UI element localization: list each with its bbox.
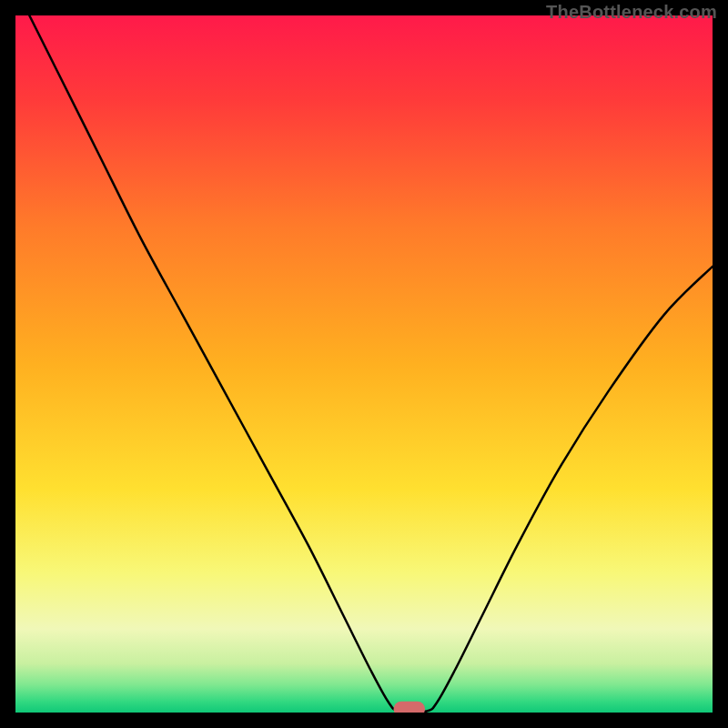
target-marker	[394, 702, 425, 713]
chart-background	[15, 15, 713, 713]
watermark-text: TheBottleneck.com	[546, 2, 717, 23]
chart-frame	[15, 15, 713, 713]
bottleneck-chart	[15, 15, 713, 713]
